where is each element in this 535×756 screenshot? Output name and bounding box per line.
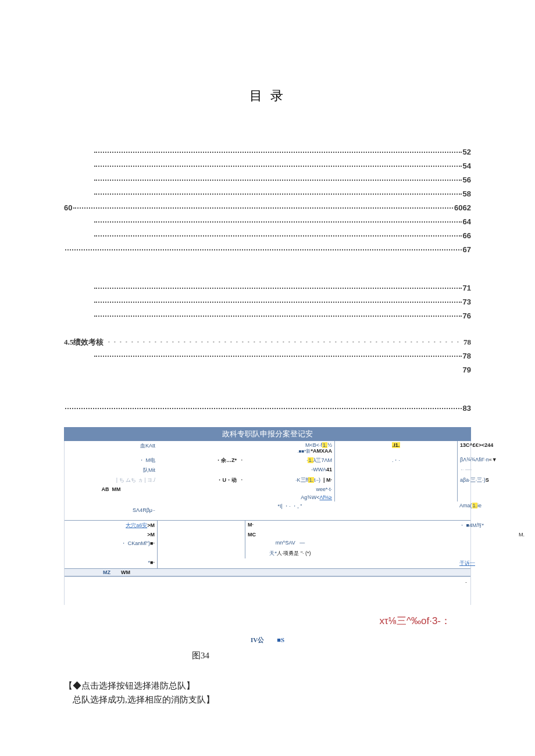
toc-group-2: 71 73 76	[64, 281, 471, 323]
toc-line: 56	[64, 173, 471, 187]
form-value: .・·	[335, 456, 457, 465]
toc-line: 64	[64, 215, 471, 229]
form-value: -WWA41	[245, 465, 335, 475]
toc-line: 66	[64, 229, 471, 243]
form-value: MC	[245, 531, 335, 539]
form-section-1: 血KAtt M<B<·f1.½ .■■*新*AMXAA .I1. 13C^£€>…	[65, 441, 470, 514]
toc-group-4: 83	[64, 402, 471, 415]
form-value: 13C^£€><244	[457, 441, 527, 456]
form-value: aβa·三·三·)S	[457, 475, 527, 485]
form-value: 天*人·项勇是 "· (*)	[245, 549, 335, 558]
toc-line: 79	[64, 363, 471, 377]
form-value: *I| ・· ・, "	[245, 501, 335, 514]
toc-heading: 4.5绩效考核78	[64, 335, 471, 349]
instruction-line: 总队选择成功,选择相应的消防支队】	[64, 693, 471, 707]
form-value: ·1.λ三7ΛM	[245, 456, 335, 465]
footer-note: xτ⅛三^‰of·3-：	[64, 614, 471, 628]
instruction-line: 【◆点击选择按钮选择港防总队】	[64, 679, 471, 693]
toc-group-3: 78 79	[64, 349, 471, 377]
form-label: ・余…Z* ·	[158, 456, 245, 465]
form-value: ・ ■4M与*	[457, 521, 527, 531]
app-titlebar: 政科专职队申报分案登记安	[64, 427, 471, 441]
footer-row: IV公 ■S	[64, 636, 471, 644]
form-label: >M	[65, 531, 158, 539]
form-label: ・ M电	[65, 456, 158, 465]
content-area: -	[65, 576, 470, 605]
form-label: ・ CKanMl")■·	[65, 539, 158, 549]
form-value: M.	[457, 531, 527, 539]
form-value: M·	[245, 521, 335, 531]
form-value: βΛ¾¾ΛfiF·n«▼	[457, 456, 527, 465]
form-label: | ち ムち ヵ | ヨ./	[65, 475, 158, 485]
form-label: *■·	[65, 558, 158, 568]
form-label: 大穴a6安>M	[65, 521, 158, 531]
form-label: 队Mit	[65, 465, 158, 475]
form-value: mn^SAV —	[245, 539, 335, 549]
page-title: 目 录	[64, 87, 471, 105]
form-value: ←—·	[457, 465, 527, 475]
form-value: M<B<·f1.½ .■■*新*AMXAA	[245, 441, 335, 456]
form-section-2: 大穴a6安>M M· ・ ■4M与* >M MC M. ・ CKanMl")■·…	[65, 520, 470, 568]
status-bar: MZ WM	[65, 568, 470, 576]
instructions: 【◆点击选择按钮选择港防总队】 总队选择成功,选择相应的消防支队】	[64, 679, 471, 707]
form-value: .I1.	[335, 441, 457, 456]
form-label: SΛ4Rβμ··	[65, 501, 158, 514]
form-value: ·K三ff1.t·-) | M·	[245, 475, 335, 485]
toc-line: 58	[64, 187, 471, 201]
toc-line: 78	[64, 349, 471, 363]
figure-caption: 图34	[192, 650, 471, 661]
form-label: AB MM	[65, 485, 158, 493]
toc-line: 606062	[64, 201, 471, 215]
toc-line: 83	[64, 402, 471, 415]
toc-line: 67	[64, 243, 471, 257]
toc-line: 71	[64, 281, 471, 295]
toc-line: 73	[64, 295, 471, 309]
form-value: wee*·t·	[245, 485, 335, 493]
form-label: ・U・动 ·	[158, 475, 245, 485]
toc-line: 76	[64, 309, 471, 323]
form-value: Ag¾W<Λf%≥	[245, 493, 335, 501]
form-label: 血KAtt	[65, 441, 158, 456]
toc-group-1: 52 54 56 58 606062 64 66 67	[64, 145, 471, 257]
toc-line: 52	[64, 145, 471, 159]
toc-line: 54	[64, 159, 471, 173]
figure-34: 政科专职队申报分案登记安 血KAtt M<B<·f1.½ .■■*新*AMXAA…	[64, 427, 471, 661]
form-value: Ama(1.ie	[457, 501, 527, 514]
form-value: 干诉一	[457, 558, 527, 568]
